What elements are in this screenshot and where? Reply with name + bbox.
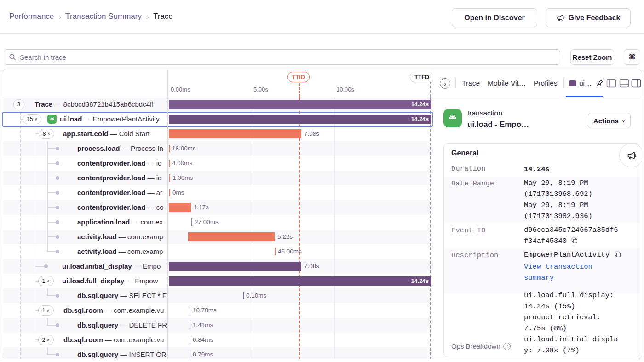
span-dot — [56, 353, 59, 356]
span-row-label: db.sql.query — SELECT * F — [77, 288, 167, 303]
span-count-badge[interactable]: 1∧ — [38, 305, 54, 316]
ttfd-line — [430, 97, 431, 359]
trace-row[interactable]: 2∧db.sql.room — com.example.vu — [2, 333, 167, 347]
span-count-badge[interactable]: 1∧ — [38, 276, 54, 286]
span-count-badge[interactable]: 3 — [13, 99, 25, 109]
span-bar[interactable]: 14.24s — [169, 115, 431, 124]
divider — [564, 78, 564, 88]
span-op: db.sql.query — [77, 321, 118, 329]
trace-row[interactable]: 3Trace — 8cbbcd38721b415ab6cbdc4ff — [2, 97, 167, 112]
span-description: — SELECT * F — [118, 292, 167, 299]
copy-icon[interactable] — [614, 251, 621, 260]
trace-row[interactable]: activity.load — com.examp — [2, 244, 167, 259]
ttfd-marker[interactable]: TTFD — [410, 72, 434, 82]
span-dot — [56, 220, 59, 224]
description-label: Description — [451, 251, 498, 259]
span-duration-label: 7.08s — [304, 126, 319, 141]
waterfall-header: TTID TTFD 0.00ms5.00s10.00s — [2, 69, 433, 97]
span-dot — [44, 264, 48, 268]
span-bar[interactable] — [169, 203, 191, 212]
span-tick[interactable] — [275, 248, 276, 255]
span-count-badge[interactable]: 8∧ — [39, 129, 54, 139]
span-op: app.start.cold — [63, 130, 108, 138]
search-input[interactable] — [20, 53, 555, 61]
span-description: — com.example.vu — [103, 336, 164, 344]
span-bar[interactable]: 14.24s — [169, 276, 431, 286]
span-description: — com.ex — [130, 218, 163, 226]
ttid-marker[interactable]: TTID — [288, 72, 310, 82]
pin-icon[interactable] — [595, 79, 604, 88]
trace-row[interactable]: ui.load.initial_display — Empo — [2, 259, 167, 274]
trace-row[interactable]: process.load — Process In — [2, 141, 167, 156]
trace-row[interactable]: 15∨ui.load — EmpowerPlantActivity — [2, 112, 167, 126]
trace-row[interactable]: activity.load — com.examp — [2, 230, 167, 244]
badge-chevron-icon: ∧ — [47, 279, 50, 283]
span-tick[interactable] — [169, 145, 170, 152]
span-bar[interactable] — [169, 262, 301, 271]
span-tick[interactable] — [190, 322, 190, 329]
open-in-discover-button[interactable]: Open in Discover — [452, 8, 537, 27]
divider — [455, 78, 456, 88]
give-feedback-label: Give Feedback — [569, 14, 621, 22]
dock-left-icon[interactable] — [606, 79, 616, 88]
trace-row[interactable]: contentprovider.load — io — [2, 156, 167, 171]
trace-row[interactable]: contentprovider.load — io — [2, 171, 167, 185]
span-tick[interactable] — [190, 351, 190, 358]
breadcrumb-performance[interactable]: Performance — [9, 12, 54, 21]
span-bar[interactable] — [169, 129, 301, 138]
span-tick[interactable] — [169, 160, 170, 167]
span-tick[interactable] — [190, 336, 190, 344]
span-rows-area: 3Trace — 8cbbcd38721b415ab6cbdc4ff14.24s… — [2, 97, 433, 359]
dock-bottom-icon[interactable] — [619, 79, 629, 88]
span-dot — [56, 147, 59, 150]
tab-profiles[interactable]: Profiles — [534, 69, 558, 97]
tab-trace[interactable]: Trace — [462, 69, 480, 97]
span-bar[interactable] — [188, 232, 275, 241]
trace-row[interactable]: contentprovider.load — ar — [2, 185, 167, 200]
span-op: application.load — [77, 218, 130, 226]
search-icon — [9, 53, 16, 61]
dock-right-icon[interactable] — [631, 79, 641, 88]
trace-row[interactable]: db.sql.query — SELECT * F — [2, 288, 167, 303]
span-dot — [56, 250, 59, 253]
trace-row[interactable]: contentprovider.load — co — [2, 200, 167, 215]
shortcut-button[interactable]: ⌘ — [624, 49, 640, 65]
trace-row[interactable]: db.sql.query — DELETE FR — [2, 318, 167, 333]
span-row-label: db.sql.room — com.example.vu — [63, 333, 164, 347]
give-feedback-button[interactable]: Give Feedback — [546, 8, 631, 27]
help-icon[interactable]: ? — [503, 343, 511, 350]
trace-row[interactable]: 1∧db.sql.room — com.example.vu — [2, 303, 167, 318]
trace-row[interactable]: db.sql.query — INSERT OR — [2, 347, 167, 359]
feedback-floating-button[interactable] — [619, 143, 642, 167]
span-tick[interactable] — [191, 218, 192, 226]
tab-mobile-vitals[interactable]: Mobile Vit… — [488, 69, 526, 97]
actions-button[interactable]: Actions ∨ — [588, 113, 631, 128]
tab-ui-load-active[interactable]: ui… — [569, 69, 604, 97]
span-description: — Cold Start — [108, 130, 150, 138]
duration-value: 14.24s — [524, 164, 550, 175]
copy-icon[interactable] — [571, 237, 578, 246]
collapse-panel-icon[interactable]: › — [440, 78, 450, 89]
span-count-badge[interactable]: 15∨ — [23, 114, 42, 124]
trace-row[interactable]: 8∧app.start.cold — Cold Start — [2, 126, 167, 141]
column-resizer[interactable] — [167, 69, 168, 359]
span-tick[interactable] — [190, 307, 190, 314]
span-tick[interactable] — [169, 189, 170, 196]
span-op: contentprovider.load — [77, 159, 145, 167]
search-bar[interactable] — [4, 49, 560, 65]
span-tick[interactable] — [169, 174, 170, 182]
span-description: — com.examp — [117, 233, 163, 241]
view-transaction-summary-link[interactable]: View transaction summary — [524, 261, 592, 283]
trace-row[interactable]: application.load — com.ex — [2, 215, 167, 230]
reset-zoom-button[interactable]: Reset Zoom — [570, 49, 614, 65]
span-tick[interactable] — [243, 292, 244, 299]
span-op: ui.load.initial_display — [62, 262, 132, 270]
trace-row[interactable]: 1∧ui.load.full_display — Empow — [2, 274, 167, 288]
span-row-label: contentprovider.load — co — [77, 200, 164, 215]
span-bar[interactable]: 14.24s — [169, 100, 431, 109]
span-count-badge[interactable]: 2∧ — [38, 335, 54, 345]
span-op: process.load — [77, 144, 120, 152]
breadcrumb-transaction-summary[interactable]: Transaction Summary — [65, 12, 142, 21]
span-row-label: contentprovider.load — io — [77, 171, 161, 185]
badge-chevron-icon: ∧ — [47, 132, 51, 136]
